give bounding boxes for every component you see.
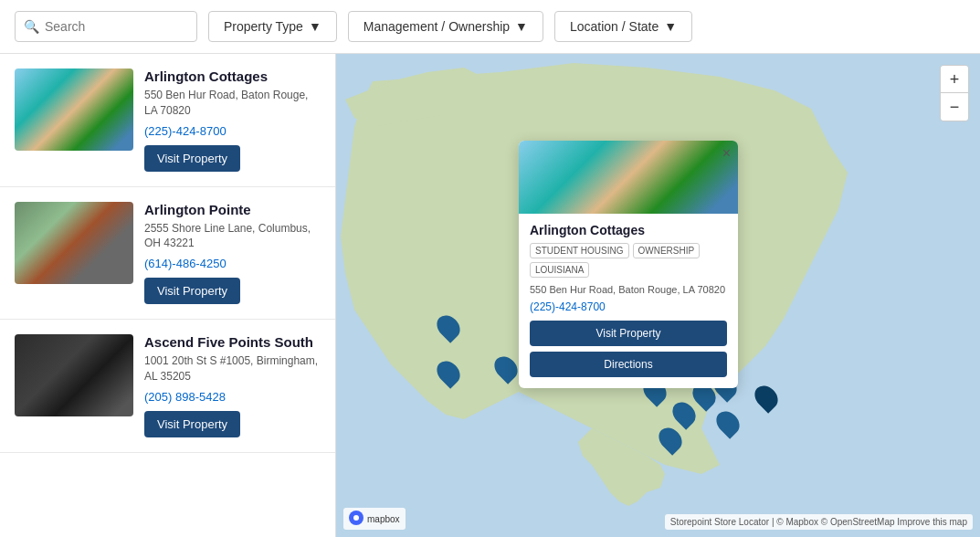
map-pin[interactable] [438, 314, 458, 340]
popup-actions: Visit Property Directions [530, 321, 727, 377]
management-ownership-filter[interactable]: Management / Ownership ▼ [348, 11, 543, 42]
map-controls: + − [940, 65, 969, 121]
property-phone[interactable]: (205) 898-5428 [144, 390, 321, 404]
popup-visit-property-button[interactable]: Visit Property [530, 321, 727, 346]
map-background: × Arlington Cottages STUDENT HOUSING OWN… [336, 54, 980, 537]
svg-point-5 [353, 515, 359, 521]
mapbox-icon [349, 511, 364, 525]
property-phone[interactable]: (614)-486-4250 [144, 257, 321, 270]
map-area: × Arlington Cottages STUDENT HOUSING OWN… [336, 54, 980, 537]
visit-property-button[interactable]: Visit Property [144, 145, 240, 172]
property-card: Arlington Pointe 2555 Shore Line Lane, C… [0, 187, 335, 321]
popup-tags: STUDENT HOUSING OWNERSHIP LOUISIANA [530, 243, 727, 278]
property-type-filter[interactable]: Property Type ▼ [208, 11, 337, 42]
search-bar: 🔍 Property Type ▼ Management / Ownership… [0, 0, 980, 54]
property-image [15, 202, 133, 284]
search-input[interactable] [15, 11, 197, 42]
zoom-out-button[interactable]: − [941, 93, 968, 121]
popup-address: 550 Ben Hur Road, Baton Rouge, LA 70820 [530, 283, 727, 297]
property-card: Ascend Five Points South 1001 20th St S … [0, 320, 335, 453]
mapbox-label: mapbox [367, 514, 400, 524]
map-pin[interactable] [674, 401, 694, 426]
map-pin[interactable] [496, 355, 516, 381]
popup-title: Arlington Cottages [530, 223, 727, 237]
location-state-filter[interactable]: Location / State ▼ [554, 11, 692, 42]
popup-image [519, 141, 738, 214]
popup-tag-ownership: OWNERSHIP [633, 243, 701, 258]
property-address: 2555 Shore Line Lane, Columbus, OH 43221 [144, 221, 321, 252]
visit-property-button[interactable]: Visit Property [144, 278, 240, 304]
chevron-down-icon: ▼ [515, 19, 528, 34]
property-info: Arlington Pointe 2555 Shore Line Lane, C… [144, 202, 321, 305]
chevron-down-icon: ▼ [664, 19, 677, 34]
popup-directions-button[interactable]: Directions [530, 352, 727, 377]
map-footer: mapbox [343, 508, 406, 530]
property-image [15, 68, 133, 151]
property-image [15, 334, 133, 416]
property-name: Ascend Five Points South [144, 334, 321, 350]
popup-phone[interactable]: (225)-424-8700 [530, 300, 727, 313]
popup-tag-student-housing: STUDENT HOUSING [530, 243, 629, 258]
property-address: 550 Ben Hur Road, Baton Rouge, LA 70820 [144, 88, 321, 119]
property-name: Arlington Pointe [144, 202, 321, 217]
property-info: Arlington Cottages 550 Ben Hur Road, Bat… [144, 68, 321, 172]
property-list-sidebar: Arlington Cottages 550 Ben Hur Road, Bat… [0, 54, 336, 537]
mapbox-logo [349, 511, 364, 527]
property-info: Ascend Five Points South 1001 20th St S … [144, 334, 321, 437]
search-input-wrap: 🔍 [15, 11, 197, 42]
map-popup: × Arlington Cottages STUDENT HOUSING OWN… [519, 141, 738, 388]
map-pin[interactable] [660, 426, 680, 452]
app-container: 🔍 Property Type ▼ Management / Ownership… [0, 0, 980, 537]
map-pin[interactable] [438, 360, 458, 385]
visit-property-button[interactable]: Visit Property [144, 411, 240, 437]
popup-tag-louisiana: LOUISIANA [530, 262, 589, 278]
map-attribution: Storepoint Store Locator | © Mapbox © Op… [665, 514, 973, 530]
popup-close-button[interactable]: × [722, 146, 731, 161]
main-layout: Arlington Cottages 550 Ben Hur Road, Bat… [0, 54, 980, 537]
chevron-down-icon: ▼ [309, 19, 321, 34]
property-card: Arlington Cottages 550 Ben Hur Road, Bat… [0, 54, 335, 187]
zoom-in-button[interactable]: + [941, 66, 968, 93]
property-phone[interactable]: (225)-424-8700 [144, 124, 321, 138]
map-pin[interactable] [718, 410, 738, 436]
property-address: 1001 20th St S #1005, Birmingham, AL 352… [144, 353, 321, 384]
search-icon: 🔍 [24, 19, 39, 34]
map-pin-active[interactable] [756, 384, 776, 410]
popup-content: Arlington Cottages STUDENT HOUSING OWNER… [519, 214, 738, 388]
property-name: Arlington Cottages [144, 68, 321, 84]
